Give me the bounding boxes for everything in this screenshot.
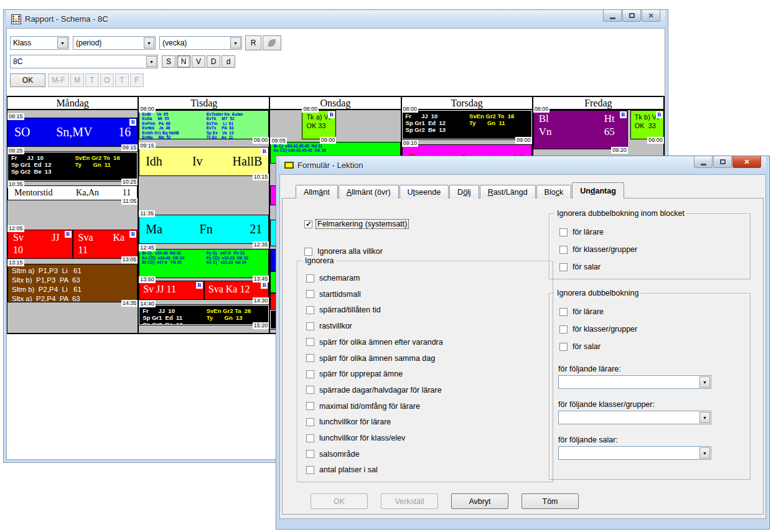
chevron-down-icon[interactable]: ▼ [699,376,710,388]
avbryt-button[interactable]: Avbryt [451,493,508,509]
tab-allm-nt-vr[interactable]: Allmänt (övr) [339,185,399,198]
lesson-subblock[interactable]: Sva Ka 12B [205,281,269,299]
checkbox-f-r-l-rare[interactable]: för lärare [559,307,605,316]
lesson-block[interactable]: SOSn,MV16B08:1509:15 [7,118,138,147]
type-combo[interactable]: Klass ▼ [10,36,69,50]
lesson-subblock[interactable]: Sv JJ 11B [139,281,203,299]
lesson-block[interactable]: Fr JJ 10SvEn Gr2 Ta 26Sp Gr1 Ed 11Ty Gn … [139,305,269,324]
t-m-button[interactable]: Töm [521,493,579,509]
lesson-block[interactable]: Sltm a) P1,P3 Li 61Sltx b) P1,P3 PA 63Sl… [7,264,138,303]
lesson-block[interactable]: Sv JJ 11BSva Ka 12B13:5014:30 [139,281,269,300]
lesson-block[interactable]: MentorstidKa,An1110:3511:05 [7,185,138,200]
checkbox-box[interactable] [559,246,568,254]
checkbox-box[interactable] [304,248,312,256]
combo-f-r-f-ljande-klasser-grupper[interactable]: ▼ [558,411,711,424]
checkbox-sp-rrad-till-ten-tid[interactable]: spärrad/tillåten tid [306,306,382,314]
checkbox-box[interactable] [306,434,314,442]
chevron-down-icon[interactable]: ▼ [699,412,710,423]
mode-button-S[interactable]: S [162,55,175,68]
class-combo[interactable]: 8C ▼ [10,55,158,68]
checkbox-box[interactable] [559,263,568,271]
checkbox-f-r-klasser-grupper[interactable]: för klasser/grupper [559,245,638,254]
checkbox-box[interactable] [306,386,314,394]
mode-button-V[interactable]: V [192,55,205,68]
checkbox-box[interactable] [306,322,314,330]
checkbox-salsomr-de[interactable]: salsområde [306,450,361,459]
ok-button[interactable]: OK [10,73,45,87]
tab-undantag[interactable]: Undantag [572,182,624,198]
checkbox-f-r-salar[interactable]: för salar [559,263,602,271]
checkbox-box[interactable] [306,274,314,282]
combo-f-r-f-ljande-l-rare[interactable]: ▼ [558,375,711,389]
checkbox-f-r-klasser-grupper[interactable]: för klasser/grupper [559,325,638,334]
checkbox-box[interactable] [306,370,314,378]
checkbox-felmarkering-systemsatt[interactable]: ✓Felmarkering (systemsatt) [304,220,408,228]
dialog-titlebar[interactable]: Formulär - Lektion ✕ [279,156,766,174]
mode-button-d[interactable]: d [222,55,235,68]
maximize-button[interactable] [713,156,732,168]
period-combo[interactable]: (period) ▼ [73,36,156,50]
checkbox-box[interactable] [306,306,314,314]
lesson-subblock[interactable]: SvaKa11B [73,230,138,258]
checkbox-lunchvillkor-f-r-klass-elev[interactable]: lunchvillkor för klass/elev [306,434,406,442]
checkbox-sp-rr-f-r-olika-mnen-samma-dag[interactable]: spärr för olika ämnen samma dag [306,354,436,363]
checkbox-f-r-l-rare[interactable]: för lärare [559,228,605,236]
checkbox-box[interactable] [306,466,314,474]
mode-button-D[interactable]: D [207,55,220,68]
checkbox-starttidsmall[interactable]: starttidsmall [306,290,362,299]
tag-button[interactable] [263,35,281,50]
refresh-button[interactable]: R [245,35,261,50]
checkbox-f-r-salar[interactable]: för salar [559,342,602,351]
checkbox-box[interactable] [559,325,568,334]
checkbox-box[interactable] [306,290,314,298]
tab-block[interactable]: Block [536,185,572,198]
tab-utseende[interactable]: Utseende [400,185,449,198]
checkbox-maximal-tid-omf-ng-f-r-l-rare[interactable]: maximal tid/omfång för lärare [306,402,421,411]
lesson-block[interactable]: SvJJ10BSvaKa11B12:0513:05 [7,230,138,259]
maximize-button[interactable] [622,10,641,22]
checkbox-box[interactable]: ✓ [304,220,312,228]
tab-d-lj[interactable]: Dölj [449,185,479,198]
checkbox-box[interactable] [559,343,568,351]
lesson-block[interactable]: IdhIvHallBB09:1510:15 [139,147,269,176]
checkbox-box[interactable] [559,308,568,316]
lesson-block[interactable]: Tk a) VtOK 33B08:0009:00 [302,110,336,139]
checkbox-box[interactable] [306,354,314,362]
checkbox-box[interactable] [306,418,314,426]
checkbox-lunchvillkor-f-r-l-rare[interactable]: lunchvillkor för lärare [306,418,392,426]
combo-f-r-f-ljande-salar[interactable]: ▼ [558,446,711,460]
mode-button-N[interactable]: N [177,55,190,68]
lesson-block[interactable]: EvBl Va 65EvTeater Ka AulanEvDa Mi 55EvT… [139,110,269,139]
checkbox-box[interactable] [306,402,314,410]
close-button[interactable]: ✕ [642,10,660,22]
lesson-subblock[interactable]: SvJJ10B [8,230,72,258]
checkbox-rastvillkor[interactable]: rastvillkor [306,322,353,330]
week-combo[interactable]: (vecka) ▼ [159,36,242,50]
checkbox-sp-rrade-dagar-halvdagar-f-r-l-rare[interactable]: spärrade dagar/halvdagar för lärare [306,386,443,394]
minimize-button[interactable] [603,10,622,22]
checkbox-ignorera-alla-villkor[interactable]: Ignorera alla villkor [304,247,384,256]
chevron-down-icon[interactable]: ▼ [146,56,157,67]
lesson-block[interactable]: Bi O) v34-46 Nd 30Fy O) v47-9 Fn 33Ke CD… [139,249,269,278]
close-button[interactable]: ✕ [732,156,761,168]
lesson-block[interactable]: MaFn2111:3512:35 [139,215,269,244]
checkbox-sp-rr-f-r-upprepat-mne[interactable]: spärr för upprepat ämne [306,370,404,378]
checkbox-antal-platser-i-sal[interactable]: antal platser i sal [306,465,379,474]
tab-allm-nt[interactable]: Allmänt [296,185,338,198]
checkbox-box[interactable] [306,450,314,458]
lesson-block[interactable]: Fr JJ 10SvEn Gr2 To 16Sp Gr1 Ed 12Ty Gn … [402,110,532,139]
chevron-down-icon[interactable]: ▼ [230,37,241,49]
chevron-down-icon[interactable]: ▼ [144,37,154,49]
checkbox-box[interactable] [559,228,568,236]
checkbox-schemaram[interactable]: schemaram [306,274,361,282]
lesson-block[interactable]: Tk b) VtOK 33B09:00 [630,110,664,139]
checkbox-sp-rr-f-r-olika-mnen-efter-varandra[interactable]: spärr för olika ämnen efter varandra [306,338,444,347]
rapport-titlebar[interactable]: Rapport - Schema - 8C ✕ [6,10,665,28]
checkbox-box[interactable] [306,338,314,346]
chevron-down-icon[interactable]: ▼ [57,37,68,49]
tab-rast-l-ngd[interactable]: Rast/Längd [480,185,536,198]
lesson-block[interactable]: BlHtVn65B08:0009:20 [533,110,628,149]
minimize-button[interactable] [694,156,713,168]
lesson-block[interactable]: Fr JJ 10SvEn Gr2 To 16Sp Gr1 Ed 12Ty Gn … [7,152,138,181]
chevron-down-icon[interactable]: ▼ [699,447,710,459]
